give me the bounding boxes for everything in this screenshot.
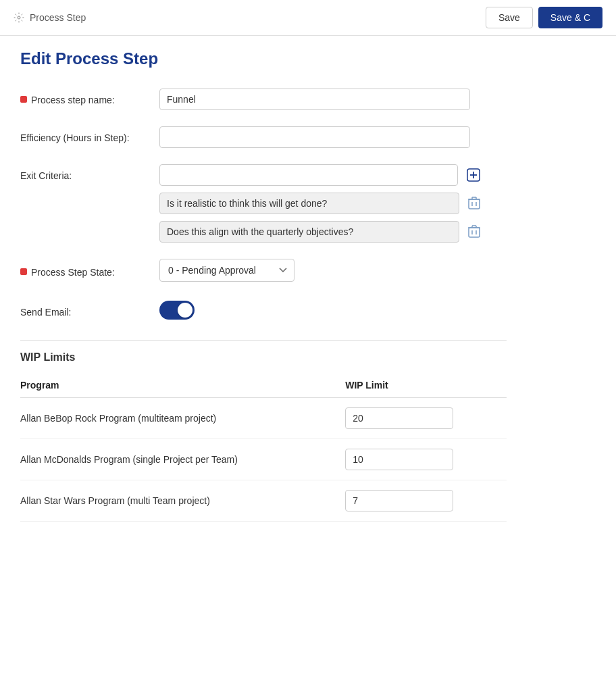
trash-icon (467, 196, 481, 211)
svg-rect-4 (469, 199, 480, 209)
trash-icon-2 (467, 224, 481, 239)
wip-limit-input-1[interactable] (345, 449, 453, 470)
exit-criteria-row: Exit Criteria: Is it realistic to think … (20, 164, 507, 243)
toggle-slider (159, 301, 195, 320)
wip-limit-column-header: WIP Limit (337, 374, 507, 398)
wip-limit-input-0[interactable] (345, 407, 453, 429)
efficiency-row: Efficiency (Hours in Step): (20, 126, 507, 148)
process-step-name-row: Process step name: (20, 89, 507, 110)
efficiency-label: Efficiency (Hours in Step): (20, 126, 149, 145)
add-exit-criteria-button[interactable] (463, 165, 484, 185)
process-step-state-select[interactable]: 0 - Pending Approval 1 - Active 2 - Comp… (159, 259, 294, 282)
process-step-name-label: Process step name: (20, 89, 149, 107)
send-email-label: Send Email: (20, 301, 149, 320)
wip-program-cell: Allan Star Wars Program (multi Team proj… (20, 480, 337, 522)
efficiency-input[interactable] (159, 126, 470, 148)
exit-criteria-item-text-1: Is it realistic to think this will get d… (159, 193, 459, 214)
send-email-toggle[interactable] (159, 301, 195, 320)
svg-point-0 (18, 16, 20, 19)
send-email-row: Send Email: (20, 301, 507, 320)
delete-exit-criteria-2-button[interactable] (465, 222, 484, 242)
page-content: Edit Process Step Process step name: Eff… (0, 36, 527, 535)
wip-limit-cell (337, 439, 507, 480)
exit-criteria-item-text-2: Does this align with the quarterly objec… (159, 221, 459, 243)
required-indicator (20, 96, 27, 103)
wip-table-row: Allan BeBop Rock Program (multiteam proj… (20, 398, 507, 439)
wip-table-row: Allan Star Wars Program (multi Team proj… (20, 480, 507, 522)
breadcrumb-label: Process Step (30, 12, 86, 23)
exit-criteria-inputs: Is it realistic to think this will get d… (159, 164, 484, 243)
wip-program-cell: Allan BeBop Rock Program (multiteam proj… (20, 398, 337, 439)
process-step-state-row: Process Step State: 0 - Pending Approval… (20, 259, 507, 282)
wip-table: Program WIP Limit Allan BeBop Rock Progr… (20, 374, 507, 522)
program-column-header: Program (20, 374, 337, 398)
top-bar: Process Step Save Save & C (0, 0, 616, 36)
save-close-button[interactable]: Save & C (538, 7, 602, 28)
wip-table-row: Allan McDonalds Program (single Project … (20, 439, 507, 480)
delete-exit-criteria-1-button[interactable] (465, 193, 484, 214)
breadcrumb-area: Process Step (14, 12, 86, 23)
save-button[interactable]: Save (486, 7, 533, 28)
exit-criteria-new-input[interactable] (159, 164, 458, 186)
exit-criteria-label: Exit Criteria: (20, 164, 149, 183)
required-indicator-state (20, 268, 27, 275)
plus-icon (466, 168, 481, 182)
exit-criteria-new-row (159, 164, 484, 186)
process-step-state-label: Process Step State: (20, 261, 149, 280)
top-bar-actions: Save Save & C (486, 7, 602, 28)
wip-section: WIP Limits Program WIP Limit Allan BeBop… (20, 340, 507, 522)
send-email-toggle-wrapper (159, 301, 195, 320)
wip-title: WIP Limits (20, 351, 507, 364)
wip-limit-cell (337, 480, 507, 522)
wip-table-header: Program WIP Limit (20, 374, 507, 398)
wip-limit-cell (337, 398, 507, 439)
process-step-name-input[interactable] (159, 89, 470, 110)
svg-rect-11 (469, 228, 480, 237)
wip-limit-input-2[interactable] (345, 490, 453, 511)
page-title: Edit Process Step (20, 49, 507, 68)
wip-program-cell: Allan McDonalds Program (single Project … (20, 439, 337, 480)
gear-icon (14, 12, 24, 23)
exit-criteria-item-1: Is it realistic to think this will get d… (159, 193, 484, 214)
exit-criteria-item-2: Does this align with the quarterly objec… (159, 221, 484, 243)
